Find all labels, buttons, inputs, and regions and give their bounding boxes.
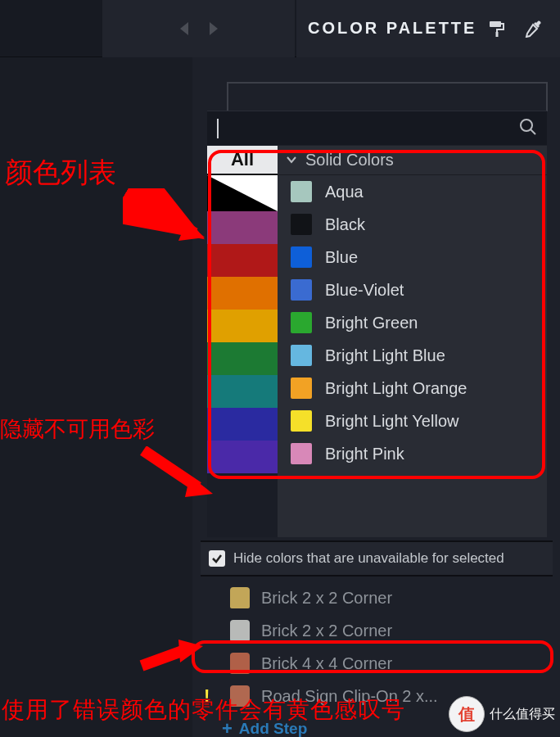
category-swatch[interactable] [207, 277, 278, 310]
color-chip [291, 312, 312, 333]
annotation-text-2: 隐藏不可用色彩 [0, 414, 155, 444]
color-option[interactable]: Blue [278, 241, 547, 274]
svg-marker-1 [210, 22, 218, 35]
annotation-text-3: 使用了错误颜色的零件会有黄色感叹号 [2, 694, 405, 726]
part-label: Brick 2 x 2 Corner [261, 622, 392, 640]
color-label: Aqua [325, 183, 364, 201]
part-row[interactable]: Brick 2 x 2 Corner [192, 581, 560, 614]
color-label: Bright Green [325, 314, 418, 332]
annotation-arrow-1 [123, 188, 205, 246]
palette-dropdown: All Solid Colors AquaBlackBlueBlue-Viole… [207, 146, 547, 537]
category-swatch[interactable] [207, 408, 278, 441]
part-row[interactable]: Brick 2 x 2 Corner [192, 614, 560, 647]
svg-marker-0 [180, 22, 188, 35]
hide-unavailable-label: Hide colors that are unavailable for sel… [233, 550, 504, 567]
color-option[interactable]: Blue-Violet [278, 274, 547, 306]
color-palette-panel: All Solid Colors AquaBlackBlueBlue-Viole… [192, 57, 560, 737]
nav-forward-button[interactable] [206, 20, 219, 37]
color-chip [291, 246, 312, 268]
part-label: Brick 4 x 4 Corner [261, 654, 392, 673]
dropdown-outline [227, 82, 548, 111]
panel-header: COLOR PALETTE [296, 0, 560, 57]
color-chip [291, 345, 312, 366]
watermark-logo: 值 [449, 696, 485, 732]
color-chip [291, 378, 312, 399]
color-chip [291, 410, 312, 432]
color-group-header[interactable]: Solid Colors [278, 146, 547, 175]
svg-rect-2 [490, 21, 501, 27]
svg-line-5 [531, 129, 535, 134]
svg-marker-11 [185, 476, 213, 497]
brick-icon [230, 587, 250, 608]
category-swatch[interactable] [207, 244, 278, 277]
color-option[interactable]: Bright Light Blue [278, 339, 547, 372]
color-chip [291, 443, 312, 464]
watermark-text: 什么值得买 [490, 706, 555, 723]
category-swatch[interactable] [207, 441, 278, 473]
color-label: Bright Light Blue [325, 346, 445, 365]
svg-marker-6 [207, 175, 278, 211]
palette-category-column: All [207, 146, 278, 537]
category-swatch[interactable] [207, 375, 278, 408]
part-label: Brick 2 x 2 Corner [261, 589, 392, 608]
hide-unavailable-checkbox[interactable] [209, 550, 225, 567]
color-label: Bright Pink [325, 445, 404, 463]
nav-button-group [102, 0, 295, 57]
chevron-down-icon [286, 151, 297, 170]
color-option[interactable]: Aqua [278, 175, 547, 208]
color-label: Blue [325, 248, 358, 267]
eyedropper-icon[interactable] [524, 20, 542, 38]
annotation-arrow-3 [138, 633, 203, 674]
color-chip [291, 279, 312, 301]
category-all-tab[interactable]: All [207, 146, 278, 175]
watermark: 值 什么值得买 [449, 696, 555, 732]
svg-point-4 [521, 120, 532, 131]
svg-marker-13 [178, 640, 203, 662]
color-label: Bright Light Orange [325, 379, 467, 398]
nav-back-button[interactable] [178, 20, 192, 37]
color-chip [291, 214, 312, 235]
panel-title: COLOR PALETTE [308, 19, 488, 38]
brick-icon [230, 653, 250, 674]
palette-color-column: Solid Colors AquaBlackBlueBlue-VioletBri… [278, 146, 547, 537]
color-label: Black [325, 215, 365, 234]
category-swatch[interactable] [207, 310, 278, 342]
color-option[interactable]: Bright Pink [278, 437, 547, 470]
color-search-input[interactable] [207, 111, 547, 145]
top-toolbar: COLOR PALETTE [0, 0, 560, 57]
category-swatch[interactable] [207, 342, 278, 375]
hide-unavailable-row[interactable]: Hide colors that are unavailable for sel… [201, 540, 553, 576]
group-header-label: Solid Colors [305, 151, 394, 170]
color-label: Bright Light Yellow [325, 412, 458, 431]
color-chip [291, 181, 312, 202]
color-option[interactable]: Bright Light Orange [278, 372, 547, 405]
color-option[interactable]: Bright Light Yellow [278, 405, 547, 437]
color-option[interactable]: Bright Green [278, 306, 547, 339]
paint-roller-icon[interactable] [488, 20, 506, 38]
search-icon [519, 118, 537, 139]
color-option[interactable]: Black [278, 208, 547, 241]
annotation-text-1: 颜色列表 [5, 154, 116, 192]
category-swatch[interactable] [207, 175, 278, 211]
part-row[interactable]: Brick 4 x 4 Corner [192, 647, 560, 680]
svg-rect-3 [496, 32, 499, 37]
color-label: Blue-Violet [325, 281, 404, 300]
category-swatch[interactable] [207, 211, 278, 244]
annotation-arrow-2 [139, 446, 213, 504]
brick-icon [230, 620, 250, 641]
